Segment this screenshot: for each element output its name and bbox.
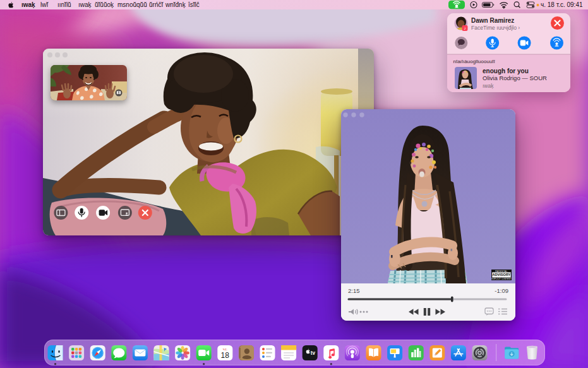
svg-text:FaceTime ıuuчįđįlο ›: FaceTime ıuuчįđįlο › [471,25,520,31]
svg-text:enough for you: enough for you [483,68,529,74]
svg-text:ч. 18 т.с. 09:41: ч. 18 т.с. 09:41 [541,1,583,8]
svg-text:ADVISORY: ADVISORY [492,273,510,276]
svg-text:nīaıĭıàuogĭluoouuĭĭ: nīaıĭıàuogĭluoouuĭĭ [453,59,496,64]
svg-text:Dawn Ramirez: Dawn Ramirez [471,17,514,24]
svg-text:PARENTAL: PARENTAL [495,270,508,273]
svg-text:-1:09: -1:09 [495,287,508,294]
svg-text:tv: tv [311,350,316,356]
svg-text:2:15: 2:15 [348,287,360,294]
svg-text:Olivia Rodrigo — SOUR: Olivia Rodrigo — SOUR [483,74,547,81]
svg-text:EXPLICIT CONTENT: EXPLICIT CONTENT [492,278,512,280]
svg-text:♪: ♪ [464,26,465,30]
svg-text:18: 18 [221,351,230,360]
svg-text:ıwaķ: ıwaķ [483,83,494,89]
